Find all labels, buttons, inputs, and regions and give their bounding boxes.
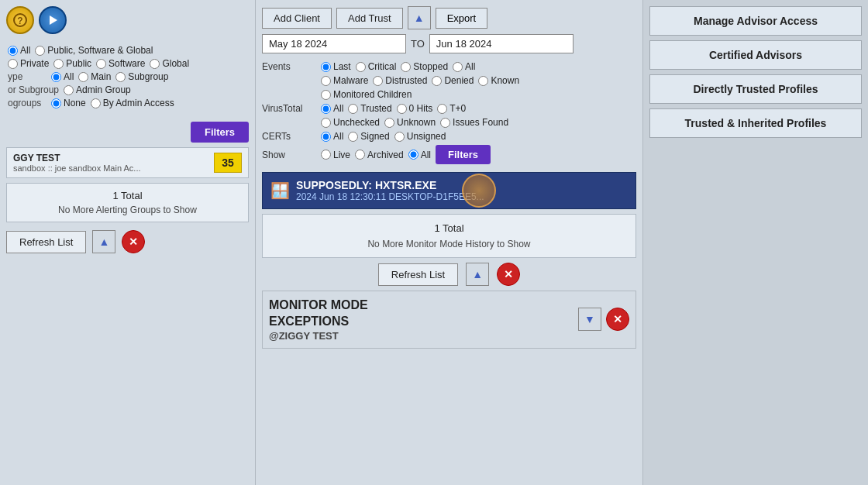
vt-all[interactable]: All [321,103,343,114]
events-distrusted[interactable]: Distrusted [373,75,427,86]
type-all-radio[interactable]: All [51,71,74,82]
events-malware[interactable]: Malware [321,75,368,86]
left-no-more: No More Alerting Groups to Show [13,205,242,215]
middle-panel: Add Client Add Trust ▲ Export TO Events … [256,0,643,485]
middle-refresh-row: Refresh List ▲ ✕ [262,263,636,286]
events-critical[interactable]: Critical [356,61,397,72]
vt-0hits[interactable]: 0 Hits [397,103,433,114]
global-radio[interactable]: Global [150,58,189,69]
add-trust-button[interactable]: Add Trust [336,8,403,29]
group-info: GGY TEST sandbox :: joe sandbox Main Ac.… [13,153,141,173]
middle-refresh-button[interactable]: Refresh List [378,263,458,286]
left-refresh-button[interactable]: Refresh List [6,231,86,253]
radio-row-2: Private Public Software Global [8,58,247,69]
directly-trusted-button[interactable]: Directly Trusted Profiles [649,74,862,104]
certified-advisors-button[interactable]: Certified Advisors [649,40,862,70]
events-last[interactable]: Last [321,61,351,72]
certs-row: CERTs All Signed Unsigned [262,131,636,142]
group-name: GGY TEST [13,153,141,163]
certs-signed[interactable]: Signed [348,131,389,142]
radio-row-1: All Public, Software & Global [8,45,247,56]
monitor-scroll-down-button[interactable]: ▼ [578,308,601,331]
monitor-close-button[interactable]: ✕ [606,308,629,331]
event-item[interactable]: 🪟 SUPPOSEDLY: HXTSR.EXE 2024 Jun 18 12:3… [262,172,636,209]
show-all[interactable]: All [408,150,431,160]
certs-label: CERTs [262,131,316,142]
show-row: Show Live Archived All Filters [262,145,636,164]
show-archived[interactable]: Archived [355,150,404,160]
show-live[interactable]: Live [321,150,350,160]
export-button[interactable]: Export [436,8,488,29]
radio-row-subgroups: ogroups None By Admin Access [8,98,247,108]
middle-scroll-up-button[interactable]: ▲ [466,263,489,286]
ogroups-label: ogroups [8,98,46,108]
public-sw-global-radio[interactable]: Public, Software & Global [35,45,153,56]
filter-grid: Events Last Critical Stopped All Malware… [262,58,636,167]
left-scroll-up-button[interactable]: ▲ [92,230,115,253]
add-client-button[interactable]: Add Client [262,8,332,29]
left-total: 1 Total [13,190,242,201]
date-from-input[interactable] [262,34,406,53]
software-radio[interactable]: Software [96,58,145,69]
type-subgroup-radio[interactable]: Subgroup [115,71,168,82]
monitor-mode-title-2: EXCEPTIONS [269,314,368,330]
monitor-mode-section: MONITOR MODE EXCEPTIONS @ZIGGY TEST ▼ ✕ [262,291,636,349]
svg-text:?: ? [17,15,22,26]
monitor-mode-titles: MONITOR MODE EXCEPTIONS @ZIGGY TEST [269,298,368,342]
by-admin-radio[interactable]: By Admin Access [91,98,174,108]
monitor-mode-title-1: MONITOR MODE [269,298,368,314]
left-refresh-row: Refresh List ▲ ✕ [6,230,249,253]
virustotal-row2: Unchecked Unknown Issues Found [262,117,636,128]
certs-all[interactable]: All [321,131,343,142]
show-label: Show [262,150,316,160]
middle-total: 1 Total [270,222,628,234]
play-icon[interactable] [39,6,67,34]
monitor-mode-header: MONITOR MODE EXCEPTIONS @ZIGGY TEST ▼ ✕ [269,298,629,342]
left-summary: 1 Total No More Alerting Groups to Show [6,183,249,222]
middle-summary: 1 Total No More Monitor Mode History to … [262,214,636,258]
event-info: SUPPOSEDLY: HXTSR.EXE 2024 Jun 18 12:30:… [296,179,484,202]
vt-unknown[interactable]: Unknown [384,117,436,128]
middle-no-more: No More Monitor Mode History to Show [270,239,628,249]
vt-trusted[interactable]: Trusted [348,103,391,114]
radio-row-type: ype All Main Subgroup [8,71,247,82]
private-radio[interactable]: Private [8,58,49,69]
to-label: TO [411,38,425,50]
group-badge: 35 [214,153,242,173]
events-filter-row: Events Last Critical Stopped All [262,61,636,72]
date-to-input[interactable] [429,34,574,53]
type-label: ype [8,71,46,82]
events-all[interactable]: All [453,61,475,72]
all-radio-1[interactable]: All [8,45,30,56]
left-filters-button[interactable]: Filters [191,122,249,143]
trusted-inherited-button[interactable]: Trusted & Inherited Profiles [649,108,862,138]
none-radio[interactable]: None [51,98,86,108]
events-stopped[interactable]: Stopped [401,61,448,72]
middle-close-button[interactable]: ✕ [497,263,520,286]
middle-filters-button[interactable]: Filters [436,145,491,164]
left-close-button[interactable]: ✕ [122,230,145,253]
events-denied[interactable]: Denied [432,75,474,86]
right-panel: Manage Advisor Access Certified Advisors… [643,0,868,485]
date-row: TO [262,34,636,53]
top-icons: ? [6,6,249,34]
events-known[interactable]: Known [478,75,519,86]
monitor-mode-subtitle: @ZIGGY TEST [269,330,368,342]
filter-options: All Public, Software & Global Private Pu… [6,42,249,114]
event-name: SUPPOSEDLY: HXTSR.EXE [296,179,484,191]
left-panel: ? All Public, Software & Global Private … [0,0,256,485]
vt-issues[interactable]: Issues Found [440,117,508,128]
vt-unchecked[interactable]: Unchecked [321,117,380,128]
vt-tplus0[interactable]: T+0 [437,103,466,114]
admin-group-radio[interactable]: Admin Group [64,84,131,95]
monitored-children-check[interactable]: Monitored Children [321,89,412,100]
event-time: 2024 Jun 18 12:30:11 DESKTOP-D1F5EE5... [296,191,484,202]
type-main-radio[interactable]: Main [78,71,111,82]
public-radio[interactable]: Public [53,58,91,69]
radio-row-subgroup: or Subgroup Admin Group [8,84,247,95]
manage-advisor-button[interactable]: Manage Advisor Access [649,6,862,36]
toolbar-arrow-button[interactable]: ▲ [408,6,431,29]
yellow-icon: ? [6,6,34,34]
group-item: GGY TEST sandbox :: joe sandbox Main Ac.… [6,147,249,178]
certs-unsigned[interactable]: Unsigned [394,131,446,142]
